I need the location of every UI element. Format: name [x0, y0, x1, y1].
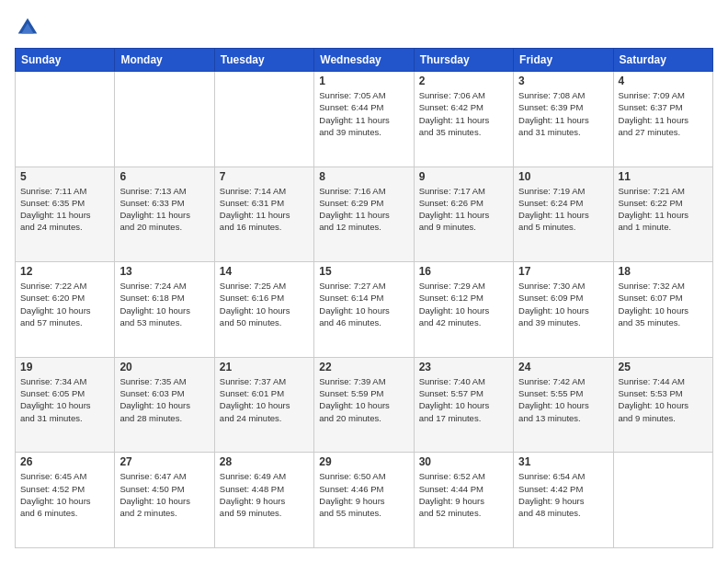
calendar-cell: 29Sunrise: 6:50 AM Sunset: 4:46 PM Dayli…	[314, 453, 414, 548]
calendar-cell: 30Sunrise: 6:52 AM Sunset: 4:44 PM Dayli…	[414, 453, 513, 548]
calendar-cell: 24Sunrise: 7:42 AM Sunset: 5:55 PM Dayli…	[514, 357, 613, 453]
calendar: SundayMondayTuesdayWednesdayThursdayFrid…	[15, 48, 713, 548]
calendar-cell: 15Sunrise: 7:27 AM Sunset: 6:14 PM Dayli…	[314, 262, 414, 358]
calendar-cell: 28Sunrise: 6:49 AM Sunset: 4:48 PM Dayli…	[214, 453, 313, 548]
day-number: 14	[220, 265, 309, 278]
day-info: Sunrise: 7:21 AM Sunset: 6:22 PM Dayligh…	[619, 185, 708, 234]
day-number: 4	[619, 75, 708, 87]
calendar-cell: 26Sunrise: 6:45 AM Sunset: 4:52 PM Dayli…	[16, 453, 115, 548]
day-number: 26	[20, 455, 109, 468]
day-number: 27	[119, 455, 209, 468]
calendar-cell: 23Sunrise: 7:40 AM Sunset: 5:57 PM Dayli…	[414, 357, 513, 453]
day-info: Sunrise: 7:27 AM Sunset: 6:14 PM Dayligh…	[319, 280, 408, 328]
calendar-cell: 19Sunrise: 7:34 AM Sunset: 6:05 PM Dayli…	[16, 357, 115, 453]
day-info: Sunrise: 7:11 AM Sunset: 6:35 PM Dayligh…	[20, 185, 109, 234]
week-row-2: 12Sunrise: 7:22 AM Sunset: 6:20 PM Dayli…	[16, 262, 713, 358]
day-number: 21	[220, 361, 309, 373]
page: SundayMondayTuesdayWednesdayThursdayFrid…	[0, 0, 728, 563]
calendar-cell: 27Sunrise: 6:47 AM Sunset: 4:50 PM Dayli…	[115, 453, 214, 548]
day-header-saturday: Saturday	[613, 49, 712, 72]
calendar-cell: 7Sunrise: 7:14 AM Sunset: 6:31 PM Daylig…	[214, 167, 313, 262]
logo	[15, 15, 42, 40]
day-number: 25	[619, 361, 708, 373]
day-header-sunday: Sunday	[16, 49, 115, 72]
day-info: Sunrise: 7:17 AM Sunset: 6:26 PM Dayligh…	[419, 185, 508, 234]
day-info: Sunrise: 7:34 AM Sunset: 6:05 PM Dayligh…	[20, 375, 109, 424]
day-info: Sunrise: 7:29 AM Sunset: 6:12 PM Dayligh…	[419, 280, 508, 328]
calendar-cell: 8Sunrise: 7:16 AM Sunset: 6:29 PM Daylig…	[314, 167, 414, 262]
calendar-cell: 1Sunrise: 7:05 AM Sunset: 6:44 PM Daylig…	[314, 72, 414, 167]
calendar-cell: 18Sunrise: 7:32 AM Sunset: 6:07 PM Dayli…	[613, 262, 712, 358]
day-number: 23	[419, 361, 508, 373]
day-info: Sunrise: 6:50 AM Sunset: 4:46 PM Dayligh…	[319, 470, 408, 519]
day-info: Sunrise: 7:09 AM Sunset: 6:37 PM Dayligh…	[619, 89, 708, 138]
day-number: 2	[419, 75, 508, 87]
day-info: Sunrise: 7:14 AM Sunset: 6:31 PM Dayligh…	[220, 185, 309, 234]
day-info: Sunrise: 7:42 AM Sunset: 5:55 PM Dayligh…	[518, 375, 608, 424]
calendar-cell: 9Sunrise: 7:17 AM Sunset: 6:26 PM Daylig…	[414, 167, 513, 262]
week-row-4: 26Sunrise: 6:45 AM Sunset: 4:52 PM Dayli…	[16, 453, 713, 548]
day-info: Sunrise: 7:40 AM Sunset: 5:57 PM Dayligh…	[419, 375, 508, 424]
day-number: 6	[119, 170, 209, 183]
day-info: Sunrise: 7:22 AM Sunset: 6:20 PM Dayligh…	[20, 280, 109, 328]
day-info: Sunrise: 6:47 AM Sunset: 4:50 PM Dayligh…	[119, 470, 209, 519]
calendar-cell: 6Sunrise: 7:13 AM Sunset: 6:33 PM Daylig…	[115, 167, 214, 262]
day-header-tuesday: Tuesday	[214, 49, 313, 72]
calendar-cell: 21Sunrise: 7:37 AM Sunset: 6:01 PM Dayli…	[214, 357, 313, 453]
calendar-cell: 10Sunrise: 7:19 AM Sunset: 6:24 PM Dayli…	[514, 167, 613, 262]
calendar-cell: 11Sunrise: 7:21 AM Sunset: 6:22 PM Dayli…	[613, 167, 712, 262]
day-number: 15	[319, 265, 408, 278]
week-row-3: 19Sunrise: 7:34 AM Sunset: 6:05 PM Dayli…	[16, 357, 713, 453]
day-number: 29	[319, 455, 408, 468]
day-number: 30	[419, 455, 508, 468]
day-header-thursday: Thursday	[414, 49, 513, 72]
week-row-0: 1Sunrise: 7:05 AM Sunset: 6:44 PM Daylig…	[16, 72, 713, 167]
day-info: Sunrise: 7:25 AM Sunset: 6:16 PM Dayligh…	[220, 280, 309, 328]
day-info: Sunrise: 6:52 AM Sunset: 4:44 PM Dayligh…	[419, 470, 508, 519]
day-info: Sunrise: 7:05 AM Sunset: 6:44 PM Dayligh…	[319, 89, 408, 138]
day-info: Sunrise: 7:37 AM Sunset: 6:01 PM Dayligh…	[220, 375, 309, 424]
calendar-cell: 13Sunrise: 7:24 AM Sunset: 6:18 PM Dayli…	[115, 262, 214, 358]
day-header-monday: Monday	[115, 49, 214, 72]
logo-icon	[15, 15, 40, 40]
week-row-1: 5Sunrise: 7:11 AM Sunset: 6:35 PM Daylig…	[16, 167, 713, 262]
calendar-cell: 22Sunrise: 7:39 AM Sunset: 5:59 PM Dayli…	[314, 357, 414, 453]
calendar-header-row: SundayMondayTuesdayWednesdayThursdayFrid…	[16, 49, 713, 72]
day-info: Sunrise: 7:13 AM Sunset: 6:33 PM Dayligh…	[119, 185, 209, 234]
day-info: Sunrise: 7:32 AM Sunset: 6:07 PM Dayligh…	[619, 280, 708, 328]
day-header-wednesday: Wednesday	[314, 49, 414, 72]
day-header-friday: Friday	[514, 49, 613, 72]
day-number: 31	[518, 455, 608, 468]
day-info: Sunrise: 7:39 AM Sunset: 5:59 PM Dayligh…	[319, 375, 408, 424]
calendar-cell: 2Sunrise: 7:06 AM Sunset: 6:42 PM Daylig…	[414, 72, 513, 167]
day-number: 24	[518, 361, 608, 373]
header	[15, 15, 713, 40]
calendar-cell	[16, 72, 115, 167]
day-number: 13	[119, 265, 209, 278]
day-number: 12	[20, 265, 109, 278]
calendar-cell: 12Sunrise: 7:22 AM Sunset: 6:20 PM Dayli…	[16, 262, 115, 358]
day-number: 20	[119, 361, 209, 373]
day-info: Sunrise: 6:45 AM Sunset: 4:52 PM Dayligh…	[20, 470, 109, 519]
calendar-cell	[613, 453, 712, 548]
day-info: Sunrise: 7:44 AM Sunset: 5:53 PM Dayligh…	[619, 375, 708, 424]
day-number: 19	[20, 361, 109, 373]
day-number: 28	[220, 455, 309, 468]
calendar-cell: 20Sunrise: 7:35 AM Sunset: 6:03 PM Dayli…	[115, 357, 214, 453]
calendar-cell: 31Sunrise: 6:54 AM Sunset: 4:42 PM Dayli…	[514, 453, 613, 548]
day-number: 22	[319, 361, 408, 373]
day-info: Sunrise: 7:19 AM Sunset: 6:24 PM Dayligh…	[518, 185, 608, 234]
calendar-cell: 17Sunrise: 7:30 AM Sunset: 6:09 PM Dayli…	[514, 262, 613, 358]
day-info: Sunrise: 7:30 AM Sunset: 6:09 PM Dayligh…	[518, 280, 608, 328]
day-info: Sunrise: 7:35 AM Sunset: 6:03 PM Dayligh…	[119, 375, 209, 424]
day-number: 10	[518, 170, 608, 183]
day-info: Sunrise: 7:06 AM Sunset: 6:42 PM Dayligh…	[419, 89, 508, 138]
day-number: 11	[619, 170, 708, 183]
day-info: Sunrise: 7:24 AM Sunset: 6:18 PM Dayligh…	[119, 280, 209, 328]
calendar-cell: 5Sunrise: 7:11 AM Sunset: 6:35 PM Daylig…	[16, 167, 115, 262]
day-info: Sunrise: 7:16 AM Sunset: 6:29 PM Dayligh…	[319, 185, 408, 234]
calendar-cell	[214, 72, 313, 167]
day-number: 5	[20, 170, 109, 183]
calendar-cell: 16Sunrise: 7:29 AM Sunset: 6:12 PM Dayli…	[414, 262, 513, 358]
calendar-cell: 3Sunrise: 7:08 AM Sunset: 6:39 PM Daylig…	[514, 72, 613, 167]
